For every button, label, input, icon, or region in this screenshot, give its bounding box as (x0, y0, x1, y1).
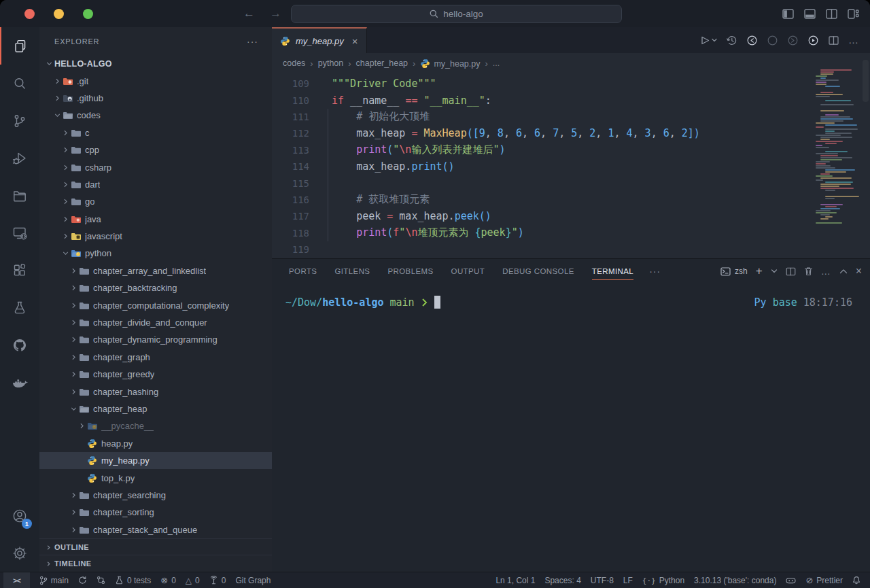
activity-docker[interactable] (0, 364, 39, 401)
status-prettier[interactable]: ⊘Prettier (805, 572, 843, 588)
more-actions-icon[interactable]: … (848, 34, 859, 46)
activity-remote-explorer[interactable] (0, 214, 39, 252)
status-errors[interactable]: ⊗0 (160, 572, 176, 588)
tab-my-heap-py[interactable]: my_heap.py × (272, 27, 367, 53)
tree-item-chapter_sorting[interactable]: chapter_sorting (39, 504, 272, 521)
breadcrumb-item[interactable]: codes (283, 58, 305, 68)
tree-item-chapter_searching[interactable]: chapter_searching (39, 487, 272, 504)
activity-source-control[interactable] (0, 102, 39, 139)
split-terminal-icon[interactable] (786, 267, 796, 276)
tree-item-chapter_graph[interactable]: chapter_graph (39, 349, 272, 366)
tree-item-go[interactable]: go (39, 193, 272, 210)
close-button[interactable] (24, 9, 35, 19)
toggle-primary-sidebar-icon[interactable] (782, 9, 794, 19)
breadcrumb-item[interactable]: python (318, 58, 344, 68)
tree-item-cpp[interactable]: cpp (39, 141, 272, 158)
panel-more-actions-icon[interactable]: … (821, 265, 831, 277)
tree-item-chapter_heap[interactable]: chapter_heap (39, 400, 272, 417)
tree-item-chapter_backtracking[interactable]: chapter_backtracking (39, 279, 272, 296)
status-warnings[interactable]: △0 (186, 572, 200, 588)
maximize-panel-icon[interactable] (839, 269, 848, 275)
tree-item-HELLO-ALGO[interactable]: HELLO-ALGO (39, 55, 272, 72)
timeline-section[interactable]: TIMELINE (39, 555, 272, 572)
code-editor[interactable]: 109"""Driver Code"""110if __name__ == "_… (272, 73, 870, 258)
status-notifications[interactable] (852, 572, 860, 588)
terminal[interactable]: ~/Dow/hello-algo main Py base 18:17:16 (272, 283, 870, 309)
editor-scrollbar[interactable] (863, 60, 869, 102)
tree-item-chapter_dynamic_programming[interactable]: chapter_dynamic_programming (39, 331, 272, 348)
status-git-graph[interactable]: Git Graph (235, 572, 271, 588)
tree-item-javascript[interactable]: javascript (39, 228, 272, 245)
nav-dot-icon[interactable] (767, 35, 778, 46)
breadcrumb-item[interactable]: chapter_heap (356, 58, 408, 68)
panel-tab-debug-console[interactable]: DEBUG CONSOLE (493, 259, 583, 283)
new-terminal-icon[interactable]: + (756, 265, 763, 277)
activity-accounts[interactable]: 1 (0, 497, 39, 534)
shell-selector[interactable]: zsh (720, 266, 748, 276)
breadcrumb-item[interactable]: my_heap.py (420, 58, 480, 69)
run-or-debug-icon[interactable] (807, 35, 819, 46)
tree-item-chapter_divide_and_conquer[interactable]: chapter_divide_and_conquer (39, 314, 272, 331)
tree-item-my_heap.py[interactable]: my_heap.py (39, 452, 272, 469)
activity-extensions[interactable] (0, 252, 39, 289)
activity-run-and-debug[interactable] (0, 139, 39, 177)
minimap[interactable] (814, 69, 859, 227)
status-indentation[interactable]: Spaces: 4 (544, 572, 580, 588)
explorer-more-actions[interactable]: ··· (247, 36, 258, 47)
toggle-panel-icon[interactable] (804, 9, 816, 19)
breadcrumb-item[interactable]: ... (493, 58, 500, 68)
tree-item-chapter_array_and_linkedlist[interactable]: chapter_array_and_linkedlist (39, 262, 272, 279)
outline-section[interactable]: OUTLINE (39, 538, 272, 555)
panel-tab-gitlens[interactable]: GITLENS (326, 259, 379, 283)
kill-terminal-icon[interactable] (804, 266, 813, 276)
minimize-button[interactable] (54, 9, 64, 19)
status-git-sync[interactable] (78, 572, 87, 588)
activity-explorer[interactable] (0, 27, 39, 65)
tree-item-chapter_hashing[interactable]: chapter_hashing (39, 383, 272, 400)
activity-testing[interactable] (0, 289, 39, 326)
panel-tab-terminal[interactable]: TERMINAL (583, 259, 642, 283)
tree-item-python[interactable]: python (39, 245, 272, 262)
activity-github[interactable] (0, 326, 39, 364)
status-cursor-position[interactable]: Ln 1, Col 1 (495, 572, 535, 588)
nav-forward-icon[interactable] (787, 35, 799, 46)
terminal-dropdown-icon[interactable] (771, 269, 778, 274)
activity-folder-explorer[interactable] (0, 177, 39, 214)
nav-back-icon[interactable] (746, 35, 758, 46)
status-language-mode[interactable]: {·}Python (642, 572, 684, 588)
run-python-file-icon[interactable] (699, 35, 717, 46)
status-copilot[interactable] (786, 572, 796, 588)
status-eol[interactable]: LF (623, 572, 633, 588)
tree-item-codes[interactable]: codes (39, 107, 272, 124)
status-git-branch[interactable]: main (39, 572, 69, 588)
tree-item-chapter_greedy[interactable]: chapter_greedy (39, 366, 272, 383)
activity-settings[interactable] (0, 534, 39, 572)
zoom-button[interactable] (83, 9, 93, 19)
remote-indicator[interactable]: >< (3, 572, 30, 588)
toggle-secondary-sidebar-icon[interactable] (826, 9, 837, 19)
panel-tab-output[interactable]: OUTPUT (442, 259, 494, 283)
timeline-history-icon[interactable] (726, 35, 737, 46)
panel-tab-problems[interactable]: PROBLEMS (379, 259, 442, 283)
tree-item-c[interactable]: c (39, 124, 272, 141)
status-gitlens-compare[interactable] (97, 572, 105, 588)
tree-item-top_k.py[interactable]: top_k.py (39, 469, 272, 486)
activity-search[interactable] (0, 65, 39, 102)
tree-item-dart[interactable]: dart (39, 176, 272, 193)
tree-item-.git[interactable]: .git (39, 72, 272, 89)
status-encoding[interactable]: UTF-8 (591, 572, 614, 588)
tree-item-chapter_stack_and_queue[interactable]: chapter_stack_and_queue (39, 521, 272, 538)
tree-item-heap.py[interactable]: heap.py (39, 435, 272, 452)
status-tests[interactable]: 0 tests (115, 572, 151, 588)
nav-forward-icon[interactable]: → (270, 7, 281, 20)
tab-close-icon[interactable]: × (352, 35, 358, 47)
tree-item-java[interactable]: java (39, 211, 272, 228)
close-panel-icon[interactable]: × (856, 265, 862, 277)
status-python-interpreter[interactable]: 3.10.13 ('base': conda) (694, 572, 776, 588)
split-editor-icon[interactable] (828, 35, 839, 46)
tree-item-chapter_computational_complexity[interactable]: chapter_computational_complexity (39, 296, 272, 313)
customize-layout-icon[interactable] (848, 9, 859, 19)
nav-back-icon[interactable]: ← (243, 7, 255, 20)
tree-item-__pycache__[interactable]: __pycache__ (39, 417, 272, 434)
tree-item-csharp[interactable]: csharp (39, 158, 272, 175)
